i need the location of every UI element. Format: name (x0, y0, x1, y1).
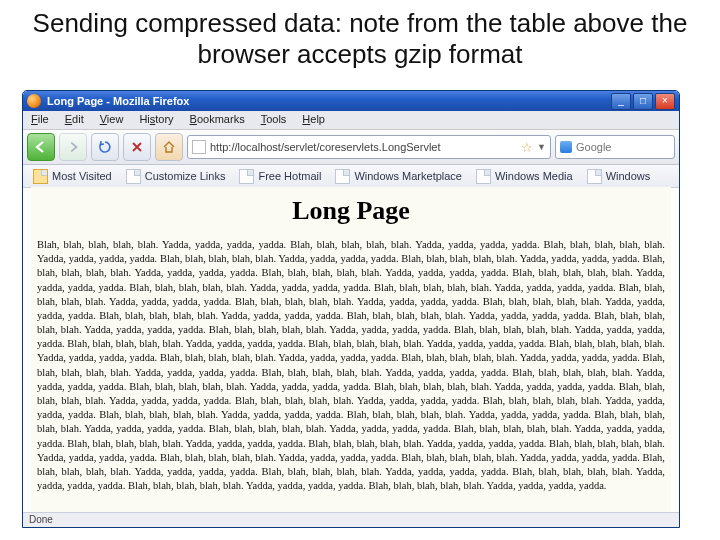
status-bar: Done (23, 512, 679, 527)
menu-bookmarks[interactable]: Bookmarks (182, 111, 253, 129)
page-icon (335, 169, 350, 184)
page-icon (476, 169, 491, 184)
menu-edit[interactable]: Edit (57, 111, 92, 129)
slide: Sending compressed data: note from the t… (0, 0, 720, 540)
forward-button[interactable] (59, 133, 87, 161)
bookmark-label: Windows Marketplace (354, 170, 462, 182)
status-text: Done (29, 514, 53, 525)
google-engine-icon[interactable] (560, 141, 572, 153)
browser-window: Long Page - Mozilla Firefox _ □ × File E… (22, 90, 680, 528)
page-body-text: Blah, blah, blah, blah, blah. Yadda, yad… (31, 238, 671, 493)
bookmark-windows[interactable]: Windows (581, 168, 657, 185)
bookmark-windows-marketplace[interactable]: Windows Marketplace (329, 168, 468, 185)
bookmark-label: Most Visited (52, 170, 112, 182)
bookmarks-toolbar: Most Visited Customize Links Free Hotmai… (23, 165, 679, 188)
page-viewport[interactable]: Long Page Blah, blah, blah, blah, blah. … (31, 187, 671, 523)
bookmark-label: Free Hotmail (258, 170, 321, 182)
search-box[interactable]: Google (555, 135, 675, 159)
page-favicon-icon (192, 140, 206, 154)
stop-button[interactable] (123, 133, 151, 161)
bookmark-label: Customize Links (145, 170, 226, 182)
titlebar[interactable]: Long Page - Mozilla Firefox _ □ × (23, 91, 679, 111)
page-icon (126, 169, 141, 184)
nav-buttons (27, 133, 183, 161)
menu-help[interactable]: Help (294, 111, 333, 129)
bookmark-label: Windows Media (495, 170, 573, 182)
bookmark-most-visited[interactable]: Most Visited (27, 168, 118, 185)
minimize-button[interactable]: _ (611, 93, 631, 110)
reload-button[interactable] (91, 133, 119, 161)
menubar: File Edit View History Bookmarks Tools H… (23, 111, 679, 130)
address-bar[interactable]: http://localhost/servlet/coreservlets.Lo… (187, 135, 551, 159)
menu-view[interactable]: View (92, 111, 132, 129)
menu-tools[interactable]: Tools (253, 111, 295, 129)
bookmark-windows-media[interactable]: Windows Media (470, 168, 579, 185)
search-placeholder: Google (576, 141, 611, 153)
window-controls: _ □ × (611, 93, 675, 110)
menu-file[interactable]: File (23, 111, 57, 129)
page-heading: Long Page (31, 193, 671, 228)
address-text: http://localhost/servlet/coreservlets.Lo… (210, 141, 517, 153)
toolbar: http://localhost/servlet/coreservlets.Lo… (23, 130, 679, 165)
maximize-button[interactable]: □ (633, 93, 653, 110)
bookmark-free-hotmail[interactable]: Free Hotmail (233, 168, 327, 185)
slide-title: Sending compressed data: note from the t… (0, 0, 720, 76)
page-icon (239, 169, 254, 184)
folder-icon (33, 169, 48, 184)
close-button[interactable]: × (655, 93, 675, 110)
firefox-icon (27, 94, 41, 108)
bookmark-label: Windows (606, 170, 651, 182)
window-title: Long Page - Mozilla Firefox (47, 95, 611, 107)
back-button[interactable] (27, 133, 55, 161)
address-dropdown-icon[interactable]: ▼ (537, 142, 546, 152)
bookmark-customize-links[interactable]: Customize Links (120, 168, 232, 185)
menu-history[interactable]: History (131, 111, 181, 129)
home-button[interactable] (155, 133, 183, 161)
bookmark-star-icon[interactable]: ☆ (521, 140, 533, 155)
page-icon (587, 169, 602, 184)
